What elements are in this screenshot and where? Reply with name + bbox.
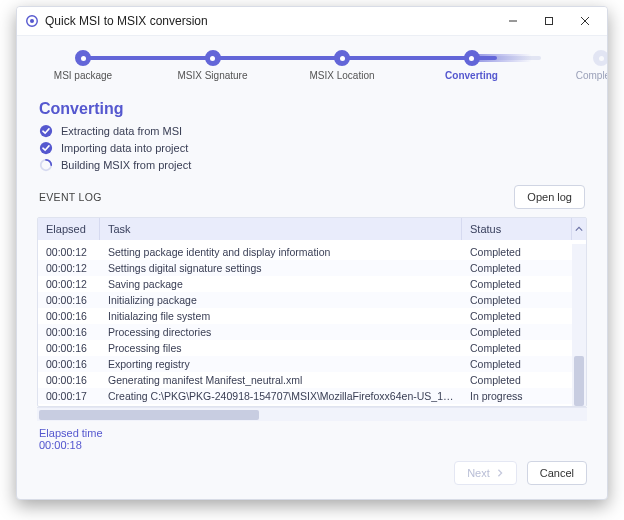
horizontal-scroll-thumb[interactable] bbox=[39, 410, 259, 420]
elapsed-label: Elapsed time bbox=[39, 427, 585, 439]
table-row[interactable]: 00:00:12Settings digital signature setti… bbox=[38, 260, 586, 276]
vertical-scroll-thumb[interactable] bbox=[574, 356, 584, 406]
close-button[interactable] bbox=[567, 7, 603, 35]
cell-status: Completed bbox=[462, 260, 572, 276]
table-row[interactable]: 00:00:12Saving packageCompleted bbox=[38, 276, 586, 292]
wizard-stepper: MSI packageMSIX SignatureMSIX LocationCo… bbox=[17, 36, 607, 92]
cell-task: Initializing package bbox=[100, 292, 462, 308]
step-msix-signature: MSIX Signature bbox=[177, 50, 249, 81]
step-label: Converting bbox=[436, 70, 508, 81]
vertical-scrollbar[interactable] bbox=[572, 244, 586, 406]
window-title: Quick MSI to MSIX conversion bbox=[45, 14, 495, 28]
cell-elapsed: 00:00:17 bbox=[38, 388, 100, 404]
cell-elapsed: 00:00:16 bbox=[38, 292, 100, 308]
elapsed-time: Elapsed time 00:00:18 bbox=[17, 421, 607, 451]
cell-status: Completed bbox=[462, 340, 572, 356]
wizard-footer: Next Cancel bbox=[17, 451, 607, 499]
svg-point-6 bbox=[40, 125, 52, 137]
spinner-icon bbox=[39, 158, 53, 172]
step-label: MSIX Signature bbox=[177, 70, 249, 81]
cell-task: Creating C:\PKG\PKG-240918-154707\MSIX\M… bbox=[100, 388, 462, 404]
titlebar: Quick MSI to MSIX conversion bbox=[17, 7, 607, 36]
step-label: Completion bbox=[565, 70, 608, 81]
progress-task: Extracting data from MSI bbox=[39, 124, 585, 138]
event-log-table: Elapsed Task Status 00:00:12Setting pack… bbox=[37, 217, 587, 407]
cell-task: Exporting registry bbox=[100, 356, 462, 372]
table-row[interactable]: 00:00:16Generating manifest Manifest_neu… bbox=[38, 372, 586, 388]
table-row[interactable]: 00:00:17Creating C:\PKG\PKG-240918-15470… bbox=[38, 388, 586, 404]
svg-rect-3 bbox=[546, 18, 553, 25]
cell-status: Completed bbox=[462, 308, 572, 324]
cell-task: Initialazing file system bbox=[100, 308, 462, 324]
col-task[interactable]: Task bbox=[100, 218, 462, 240]
app-icon bbox=[25, 14, 39, 28]
cell-elapsed: 00:00:16 bbox=[38, 308, 100, 324]
table-row[interactable]: 00:00:12Setting package identity and dis… bbox=[38, 244, 586, 260]
cell-task: Setting package identity and display inf… bbox=[100, 244, 462, 260]
minimize-button[interactable] bbox=[495, 7, 531, 35]
cell-status: In progress bbox=[462, 388, 572, 404]
cell-elapsed: 00:00:16 bbox=[38, 340, 100, 356]
progress-task-label: Extracting data from MSI bbox=[61, 125, 182, 137]
progress-task: Building MSIX from project bbox=[39, 158, 585, 172]
table-row[interactable]: 00:00:16Initialazing file systemComplete… bbox=[38, 308, 586, 324]
cell-task: Saving package bbox=[100, 276, 462, 292]
table-row[interactable]: 00:00:16Processing filesCompleted bbox=[38, 340, 586, 356]
cell-elapsed: 00:00:16 bbox=[38, 324, 100, 340]
cell-task: Processing files bbox=[100, 340, 462, 356]
cell-elapsed: 00:00:12 bbox=[38, 244, 100, 260]
step-converting: Converting bbox=[436, 50, 508, 81]
cancel-button[interactable]: Cancel bbox=[527, 461, 587, 485]
page-heading: Converting bbox=[39, 100, 585, 118]
table-header-row: Elapsed Task Status bbox=[38, 218, 586, 240]
scroll-up-button[interactable] bbox=[572, 218, 586, 240]
cell-task: Generating manifest Manifest_neutral.xml bbox=[100, 372, 462, 388]
open-log-button[interactable]: Open log bbox=[514, 185, 585, 209]
event-log-header: EVENT LOG Open log bbox=[17, 181, 607, 215]
cell-status: Completed bbox=[462, 356, 572, 372]
cell-status: Completed bbox=[462, 324, 572, 340]
table-row[interactable]: 00:00:16Processing directoriesCompleted bbox=[38, 324, 586, 340]
check-icon bbox=[39, 141, 53, 155]
cancel-label: Cancel bbox=[540, 467, 574, 479]
elapsed-value: 00:00:18 bbox=[39, 439, 585, 451]
cell-elapsed: 00:00:12 bbox=[38, 260, 100, 276]
step-completion: Completion bbox=[565, 50, 608, 81]
horizontal-scrollbar[interactable] bbox=[37, 407, 587, 421]
progress-section: Converting Extracting data from MSIImpor… bbox=[17, 92, 607, 181]
next-label: Next bbox=[467, 467, 490, 479]
cell-elapsed: 00:00:16 bbox=[38, 372, 100, 388]
cell-task: Processing directories bbox=[100, 324, 462, 340]
col-elapsed[interactable]: Elapsed bbox=[38, 218, 100, 240]
cell-status: Completed bbox=[462, 276, 572, 292]
step-msi-package: MSI package bbox=[47, 50, 119, 81]
table-row[interactable]: 00:00:16Exporting registryCompleted bbox=[38, 356, 586, 372]
cell-elapsed: 00:00:12 bbox=[38, 276, 100, 292]
svg-point-7 bbox=[40, 142, 52, 154]
progress-task-label: Building MSIX from project bbox=[61, 159, 191, 171]
check-icon bbox=[39, 124, 53, 138]
next-button: Next bbox=[454, 461, 517, 485]
maximize-button[interactable] bbox=[531, 7, 567, 35]
cell-task: Settings digital signature settings bbox=[100, 260, 462, 276]
app-window: Quick MSI to MSIX conversion MSI package… bbox=[16, 6, 608, 500]
cell-status: Completed bbox=[462, 244, 572, 260]
cell-status: Completed bbox=[462, 372, 572, 388]
event-log-label: EVENT LOG bbox=[39, 191, 514, 203]
col-status[interactable]: Status bbox=[462, 218, 572, 240]
progress-task: Importing data into project bbox=[39, 141, 585, 155]
open-log-label: Open log bbox=[527, 191, 572, 203]
progress-task-label: Importing data into project bbox=[61, 142, 188, 154]
table-row[interactable]: 00:00:16Initializing packageCompleted bbox=[38, 292, 586, 308]
svg-point-1 bbox=[30, 19, 34, 23]
step-msix-location: MSIX Location bbox=[306, 50, 378, 81]
table-body: 00:00:12Setting package identity and dis… bbox=[38, 244, 586, 406]
step-label: MSI package bbox=[47, 70, 119, 81]
cell-status: Completed bbox=[462, 292, 572, 308]
step-label: MSIX Location bbox=[306, 70, 378, 81]
cell-elapsed: 00:00:16 bbox=[38, 356, 100, 372]
